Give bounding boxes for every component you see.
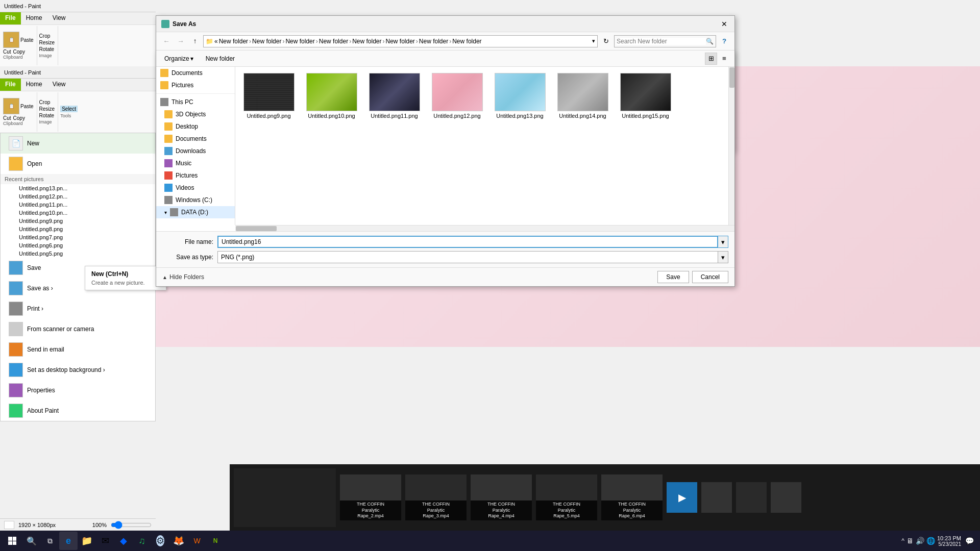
nav-documents[interactable]: Documents: [156, 67, 235, 79]
rotate-btn-1[interactable]: Rotate: [39, 46, 54, 52]
file-item-14[interactable]: Untitled.png14.png: [553, 71, 612, 121]
nav-downloads[interactable]: Downloads: [156, 145, 235, 157]
nav-back-btn[interactable]: ←: [160, 35, 173, 47]
copy-btn-1[interactable]: Copy: [13, 49, 25, 55]
media-thumb-1[interactable]: [701, 482, 732, 513]
nav-desktop[interactable]: Desktop: [156, 120, 235, 133]
search-box[interactable]: 🔍: [614, 35, 716, 47]
home-tab-1[interactable]: Home: [21, 12, 47, 24]
nav-videos[interactable]: Videos: [156, 182, 235, 194]
search-input[interactable]: [617, 38, 706, 45]
recent-item-4[interactable]: Untitled.png10.pn...: [1, 209, 155, 217]
nav-pictures-2[interactable]: Pictures: [156, 169, 235, 182]
menu-item-email[interactable]: Send in email: [1, 339, 155, 360]
recent-item-2[interactable]: Untitled.png12.pn...: [1, 192, 155, 201]
media-icon-1[interactable]: ▶: [667, 482, 697, 513]
file-tab-1[interactable]: File: [0, 12, 21, 24]
explorer-btn[interactable]: 📁: [78, 532, 96, 550]
nav-3dobjects[interactable]: 3D Objects: [156, 108, 235, 120]
rotate-btn-2[interactable]: Rotate: [39, 113, 54, 118]
media-thumb-2[interactable]: [736, 482, 767, 513]
recent-item-3[interactable]: Untitled.png11.pn...: [1, 201, 155, 209]
file-item-9[interactable]: Untitled.png9.png: [239, 71, 298, 121]
scrollbar-h-front[interactable]: [235, 225, 734, 231]
breadcrumb-5[interactable]: New folder: [352, 38, 381, 45]
recent-item-1[interactable]: Untitled.png13.pn...: [1, 184, 155, 192]
mail-btn[interactable]: ✉: [96, 532, 114, 550]
filetype-dropdown-btn[interactable]: ▾: [718, 251, 728, 263]
zoom-slider[interactable]: [111, 521, 152, 529]
home-tab-2[interactable]: Home: [21, 79, 47, 91]
menu-item-new[interactable]: 📄 New New (Ctrl+N) Create a new picture.: [1, 133, 155, 154]
nav-forward-btn[interactable]: →: [175, 35, 187, 47]
clock[interactable]: 10:23 PM 5/23/2021: [937, 535, 961, 547]
video-item-5[interactable]: THE COFFINParalyticRape_6.mp4: [601, 474, 663, 520]
edge-btn[interactable]: e: [59, 532, 78, 550]
video-item-3[interactable]: THE COFFINParalyticRape_4.mp4: [471, 474, 532, 520]
breadcrumb-dropdown-btn[interactable]: ▾: [592, 38, 595, 44]
dialog-close-front[interactable]: ✕: [719, 19, 729, 29]
resize-btn-2[interactable]: Resize: [39, 106, 55, 112]
breadcrumb-1[interactable]: New folder: [219, 38, 248, 45]
copy-btn-2[interactable]: Copy: [13, 115, 25, 121]
paste-btn-1[interactable]: 📋 Paste: [3, 32, 34, 48]
cancel-btn-front[interactable]: Cancel: [692, 271, 728, 283]
hide-folders-btn-front[interactable]: ▲ Hide Folders: [162, 273, 204, 281]
resize-btn-1[interactable]: Resize: [39, 40, 55, 45]
recent-item-7[interactable]: Untitled.png7.png: [1, 233, 155, 241]
cut-btn-1[interactable]: Cut: [3, 49, 11, 55]
refresh-btn[interactable]: ↻: [600, 35, 612, 47]
nav-datad[interactable]: ▾ DATA (D:): [156, 206, 235, 218]
spotify-btn[interactable]: ♫: [133, 532, 151, 550]
filename-input-front[interactable]: [217, 236, 718, 248]
systray-volume[interactable]: 🔊: [916, 537, 924, 545]
nav-pictures[interactable]: Pictures: [156, 79, 235, 91]
nav-windowsc[interactable]: Windows (C:): [156, 194, 235, 206]
menu-item-desktop[interactable]: Set as desktop background ›: [1, 360, 155, 380]
recent-item-5[interactable]: Untitled.png9.png: [1, 217, 155, 225]
breadcrumb-8[interactable]: New folder: [452, 38, 481, 45]
breadcrumb-bar[interactable]: 📁 « New folder › New folder › New folder…: [203, 35, 598, 47]
steam-btn[interactable]: ⚙: [151, 532, 169, 550]
search-taskbar-btn[interactable]: 🔍: [22, 532, 41, 550]
organize-btn[interactable]: Organize ▾: [160, 54, 198, 63]
file-tab-2[interactable]: File: [0, 79, 21, 91]
recent-item-6[interactable]: Untitled.png8.png: [1, 225, 155, 233]
menu-item-print[interactable]: Print ›: [1, 298, 155, 319]
scrollbar-v-front[interactable]: [728, 67, 734, 225]
file-item-12[interactable]: Untitled.png12.png: [428, 71, 486, 121]
media-thumb-3[interactable]: [771, 482, 801, 513]
select-btn-2[interactable]: Select: [60, 106, 78, 112]
systray-chevron[interactable]: ^: [901, 537, 904, 544]
view-grid-btn[interactable]: ⊞: [705, 53, 717, 65]
view-tab-2[interactable]: View: [47, 79, 71, 91]
file-item-11[interactable]: Untitled.png11.png: [365, 71, 424, 121]
view-tab-1[interactable]: View: [47, 12, 71, 24]
file-item-10[interactable]: Untitled.png10.png: [302, 71, 361, 121]
breadcrumb-2[interactable]: New folder: [252, 38, 281, 45]
firefox-btn[interactable]: 🦊: [169, 532, 188, 550]
filename-dropdown-btn[interactable]: ▾: [718, 236, 728, 248]
paste-btn-2[interactable]: 📋 Paste: [3, 98, 34, 114]
notification-btn[interactable]: 💬: [965, 537, 974, 545]
wacom-btn[interactable]: W: [188, 532, 206, 550]
video-item-2[interactable]: THE COFFINParalyticRape_3.mp4: [405, 474, 467, 520]
start-button[interactable]: [2, 532, 22, 550]
systray-globe[interactable]: 🌐: [926, 537, 935, 545]
crop-btn-1[interactable]: Crop: [39, 33, 51, 39]
nvidia-btn[interactable]: N: [206, 532, 225, 550]
menu-item-open[interactable]: Open: [1, 154, 155, 174]
nav-thispc[interactable]: This PC: [156, 96, 235, 108]
cut-btn-2[interactable]: Cut: [3, 115, 11, 121]
breadcrumb-3[interactable]: New folder: [285, 38, 314, 45]
breadcrumb-6[interactable]: New folder: [385, 38, 414, 45]
nav-music[interactable]: Music: [156, 157, 235, 169]
video-item-4[interactable]: THE COFFINParalyticRape_5.mp4: [536, 474, 597, 520]
recent-item-9[interactable]: Untitled.png5.png: [1, 249, 155, 258]
task-view-btn[interactable]: ⧉: [41, 532, 59, 550]
save-btn-front[interactable]: Save: [657, 271, 689, 283]
video-item-1[interactable]: THE COFFINParalyticRape_2.mp4: [340, 474, 401, 520]
breadcrumb-7[interactable]: New folder: [419, 38, 448, 45]
nav-documents-2[interactable]: Documents: [156, 133, 235, 145]
new-folder-btn[interactable]: New folder: [202, 54, 239, 63]
